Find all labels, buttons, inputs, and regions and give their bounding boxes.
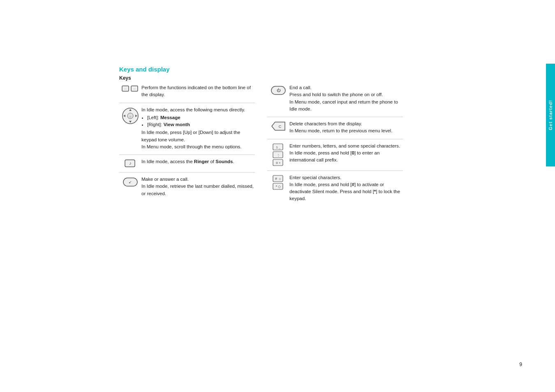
- softkey-row: ··· ··· Perform the functions indicated …: [119, 84, 255, 99]
- send-icon: ↙: [119, 176, 141, 187]
- svg-text:⋮: ⋮: [277, 153, 280, 157]
- numpad-desc: Enter numbers, letters, and some special…: [289, 143, 403, 164]
- power-icon: ⏻: [267, 84, 289, 96]
- power-desc: End a call. Press and hold to switch the…: [289, 84, 403, 113]
- svg-text:⏻: ⏻: [277, 88, 281, 92]
- nav-desc: In Idle mode, access the following menus…: [141, 106, 255, 151]
- ringer-desc: In Idle mode, access the Ringer of Sound…: [141, 158, 255, 165]
- svg-text:* ◇: * ◇: [275, 184, 281, 189]
- right-column: ⏻ End a call. Press and hold to switch t…: [267, 84, 403, 207]
- svg-text:1 _: 1 _: [276, 145, 281, 149]
- nav-row: ⌂ In Idle mode, access the following men…: [119, 103, 255, 151]
- nav-icon: ⌂: [119, 106, 141, 125]
- delete-icon: C: [267, 120, 289, 131]
- power-row: ⏻ End a call. Press and hold to switch t…: [267, 84, 403, 113]
- svg-text:···: ···: [133, 88, 136, 90]
- send-row: ↙ Make or answer a call. In Idle mode, r…: [119, 172, 255, 197]
- numpad-row: 1 _ ⋮ 0 + Enter numbers, letters, and: [267, 139, 403, 166]
- side-tab: Get started!: [546, 64, 555, 166]
- two-column-layout: ··· ··· Perform the functions indicated …: [119, 84, 440, 207]
- left-column: ··· ··· Perform the functions indicated …: [119, 84, 255, 207]
- hash-desc: Enter special characters. In Idle mode, …: [289, 174, 403, 203]
- keys-label: Keys: [119, 75, 440, 81]
- side-tab-label: Get started!: [548, 100, 553, 130]
- svg-text:⌂: ⌂: [130, 115, 131, 118]
- section-title: Keys and display: [119, 66, 440, 73]
- softkey-desc: Perform the functions indicated on the b…: [141, 84, 255, 99]
- hash-icon: # ☼ * ◇: [267, 174, 289, 190]
- svg-text:C: C: [279, 125, 282, 129]
- ringer-row: ♪ In Idle mode, access the Ringer of Sou…: [119, 154, 255, 168]
- delete-row: C Delete characters from the display. In…: [267, 117, 403, 135]
- delete-desc: Delete characters from the display. In M…: [289, 120, 403, 135]
- svg-text:0 +: 0 +: [276, 161, 281, 165]
- send-desc: Make or answer a call. In Idle mode, ret…: [141, 176, 255, 197]
- svg-text:↙: ↙: [129, 180, 132, 184]
- svg-text:···: ···: [124, 88, 127, 90]
- numpad-icon: 1 _ ⋮ 0 +: [267, 143, 289, 166]
- ringer-icon: ♪: [119, 158, 141, 168]
- svg-text:# ☼: # ☼: [275, 177, 282, 181]
- page-number: 9: [519, 362, 522, 367]
- svg-text:♪: ♪: [129, 161, 132, 166]
- page-container: Keys and display Keys ··· ··· Perform: [119, 66, 440, 207]
- softkey-icon: ··· ···: [119, 84, 141, 92]
- hash-row: # ☼ * ◇ Enter special characters. In Idl…: [267, 171, 403, 203]
